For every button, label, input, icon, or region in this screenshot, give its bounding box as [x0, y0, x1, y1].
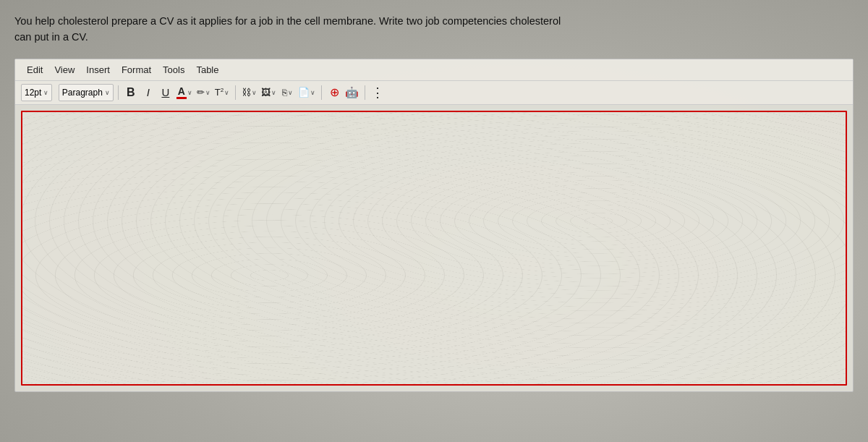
menu-insert[interactable]: Insert	[80, 63, 116, 77]
text-color-arrow: ∨	[187, 89, 192, 96]
italic-button[interactable]: I	[140, 84, 156, 101]
copy-arrow: ∨	[288, 89, 293, 96]
question-line1: You help cholesterol prepare a CV as it …	[14, 15, 561, 27]
highlight-arrow: ∨	[205, 89, 210, 96]
menu-table[interactable]: Table	[190, 63, 224, 77]
menu-tools[interactable]: Tools	[157, 63, 190, 77]
toolbar: 12pt ∨ Paragraph ∨ B I U	[15, 81, 853, 105]
menu-bar: Edit View Insert Format Tools Table	[15, 59, 853, 81]
image-icon: 🖼	[261, 87, 271, 98]
separator-4	[365, 85, 365, 100]
underline-button[interactable]: U	[158, 84, 174, 101]
separator-2	[235, 85, 236, 100]
bold-label: B	[127, 86, 135, 99]
doc-icon: 📄	[298, 87, 310, 98]
paragraph-style-select[interactable]: Paragraph ∨	[59, 84, 114, 101]
highlight-button[interactable]: ✏ ∨	[195, 84, 212, 101]
spell-icon: ⊕	[330, 85, 339, 99]
more-options-button[interactable]: ⋮	[370, 84, 386, 101]
font-size-chevron: ∨	[43, 89, 48, 96]
question-text: You help cholesterol prepare a CV as it …	[14, 13, 665, 46]
doc-button[interactable]: 📄 ∨	[297, 84, 317, 101]
text-color-icon: A	[176, 86, 187, 99]
link-button[interactable]: ⛓ ∨	[240, 84, 258, 101]
menu-format[interactable]: Format	[116, 63, 157, 77]
superscript-icon: T2	[215, 87, 224, 98]
paragraph-style-chevron: ∨	[105, 89, 110, 96]
more-icon: ⋮	[371, 86, 384, 99]
text-color-button[interactable]: A ∨	[175, 84, 194, 101]
separator-3	[321, 85, 322, 100]
doc-arrow: ∨	[310, 89, 315, 96]
italic-label: I	[147, 86, 150, 98]
color-bar	[176, 97, 187, 99]
pencil-icon: ✏	[197, 87, 205, 98]
menu-edit[interactable]: Edit	[21, 63, 48, 77]
ai-icon: 🤖	[345, 86, 359, 99]
ai-button[interactable]: 🤖	[344, 84, 360, 101]
font-size-value: 12pt	[25, 88, 41, 98]
link-arrow: ∨	[252, 89, 257, 96]
separator-1	[118, 85, 119, 100]
copy-format-button[interactable]: ⎘ ∨	[279, 84, 295, 101]
editor-container: Edit View Insert Format Tools Table 12pt…	[14, 59, 854, 392]
superscript-arrow: ∨	[224, 89, 229, 96]
question-line2: can put in a CV.	[14, 31, 88, 43]
copy-icon: ⎘	[282, 88, 287, 98]
link-icon: ⛓	[242, 87, 251, 98]
image-button[interactable]: 🖼 ∨	[260, 84, 278, 101]
image-arrow: ∨	[271, 89, 276, 96]
font-size-select[interactable]: 12pt ∨	[21, 84, 52, 101]
page-wrapper: You help cholesterol prepare a CV as it …	[0, 0, 868, 392]
underline-label: U	[161, 86, 169, 98]
superscript-button[interactable]: T2 ∨	[213, 84, 231, 101]
bold-button[interactable]: B	[123, 84, 139, 101]
editor-body[interactable]	[21, 111, 847, 386]
paragraph-style-value: Paragraph	[62, 88, 103, 98]
menu-view[interactable]: View	[48, 63, 80, 77]
spell-check-button[interactable]: ⊕	[326, 84, 342, 101]
